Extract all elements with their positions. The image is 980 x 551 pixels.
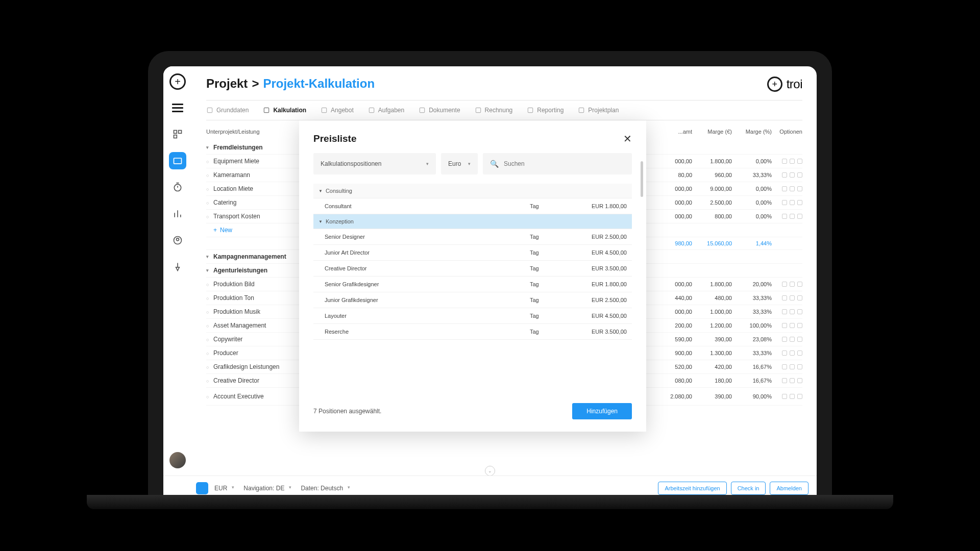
- svg-rect-14: [579, 108, 584, 112]
- breadcrumb-sep: >: [252, 77, 259, 91]
- tab-reporting[interactable]: Reporting: [527, 107, 564, 114]
- search-input[interactable]: [504, 160, 625, 167]
- breadcrumb: Projekt > Projekt-Kalkulation: [206, 77, 802, 91]
- logo-icon[interactable]: [169, 73, 186, 90]
- project-tabs: GrunddatenKalkulationAngebotAufgabenDoku…: [206, 100, 802, 120]
- tab-dokumente[interactable]: Dokumente: [419, 107, 460, 114]
- footer-currency[interactable]: EUR: [214, 485, 234, 492]
- price-item[interactable]: ResercheTagEUR 3.500,00: [313, 324, 632, 340]
- svg-rect-12: [476, 108, 480, 112]
- breadcrumb-current: Projekt-Kalkulation: [263, 77, 375, 91]
- svg-rect-2: [174, 135, 177, 138]
- svg-rect-11: [420, 108, 425, 112]
- brand-mark-icon: [767, 77, 782, 92]
- price-item[interactable]: ConsultantTagEUR 1.800,00: [313, 198, 632, 214]
- price-item[interactable]: Senior DesignerTagEUR 2.500,00: [313, 229, 632, 245]
- timer-icon[interactable]: [169, 179, 186, 196]
- col-gesamt: ...amt: [652, 129, 692, 135]
- main-content: troi Projekt > Projekt-Kalkulation Grund…: [192, 66, 817, 475]
- tab-aufgaben[interactable]: Aufgaben: [368, 107, 404, 114]
- tab-rechnung[interactable]: Rechnung: [475, 107, 513, 114]
- price-item[interactable]: Senior GrafikdesignerTagEUR 1.800,00: [313, 277, 632, 292]
- checkin-button[interactable]: Check in: [731, 482, 766, 495]
- search-icon: 🔍: [490, 160, 499, 168]
- filter-positions[interactable]: Kalkulationspositionen ▾: [313, 153, 436, 174]
- filter-currency[interactable]: Euro ▾: [441, 153, 478, 174]
- price-item[interactable]: Creative DirectorTagEUR 3.500,00: [313, 261, 632, 277]
- svg-point-6: [177, 238, 179, 241]
- price-group[interactable]: ▼Konzeption: [313, 214, 632, 229]
- price-item[interactable]: Junior Art DirectorTagEUR 4.500,00: [313, 245, 632, 261]
- filter-currency-label: Euro: [448, 160, 461, 167]
- close-icon[interactable]: ✕: [623, 133, 632, 145]
- chevron-down-icon: ▾: [426, 161, 429, 166]
- modal-title: Preisliste: [313, 133, 357, 144]
- logout-button[interactable]: Abmelden: [770, 482, 808, 495]
- dashboard-icon[interactable]: [169, 126, 186, 143]
- col-optionen: Optionen: [772, 129, 802, 135]
- menu-icon[interactable]: [169, 99, 186, 116]
- svg-rect-10: [369, 108, 374, 112]
- sidebar: [163, 66, 192, 475]
- price-list: ▼ConsultingConsultantTagEUR 1.800,00▼Kon…: [299, 184, 646, 395]
- svg-rect-8: [264, 108, 269, 112]
- footer-bar: EUR Navigation: DE Daten: Deutsch Arbeit…: [163, 475, 817, 500]
- breadcrumb-root[interactable]: Projekt: [206, 77, 248, 91]
- svg-rect-7: [207, 108, 212, 112]
- footer-toggle-icon[interactable]: [196, 482, 208, 494]
- selection-count: 7 Positionen ausgewählt.: [313, 408, 381, 415]
- brand-name: troi: [787, 77, 802, 91]
- pin-icon[interactable]: [169, 258, 186, 276]
- price-item[interactable]: LayouterTagEUR 4.500,00: [313, 308, 632, 324]
- col-marge-eur: Marge (€): [692, 129, 732, 135]
- footer-data-lang[interactable]: Daten: Deutsch: [301, 485, 350, 492]
- tab-projektplan[interactable]: Projektplan: [578, 107, 619, 114]
- price-group[interactable]: ▼Consulting: [313, 184, 632, 198]
- add-worktime-button[interactable]: Arbeitszeit hinzufügen: [658, 482, 726, 495]
- brand-logo: troi: [767, 77, 802, 92]
- avatar[interactable]: [169, 452, 186, 468]
- add-button[interactable]: Hinzufügen: [572, 403, 632, 419]
- projects-icon[interactable]: [169, 152, 186, 169]
- tab-angebot[interactable]: Angebot: [321, 107, 354, 114]
- svg-rect-13: [528, 108, 533, 112]
- pricelist-modal: Preisliste ✕ Kalkulationspositionen ▾ Eu…: [299, 120, 646, 432]
- search-input-wrapper[interactable]: 🔍: [483, 153, 632, 174]
- account-icon[interactable]: [169, 232, 186, 249]
- modal-scrollbar[interactable]: [641, 161, 643, 197]
- svg-rect-3: [174, 158, 182, 164]
- svg-rect-0: [174, 131, 177, 134]
- price-item[interactable]: Junior GrafikdesignerTagEUR 2.500,00: [313, 292, 632, 308]
- svg-rect-1: [179, 131, 182, 134]
- reports-icon[interactable]: [169, 205, 186, 222]
- tab-kalkulation[interactable]: Kalkulation: [263, 107, 306, 114]
- footer-navigation[interactable]: Navigation: DE: [243, 485, 291, 492]
- tab-grunddaten[interactable]: Grunddaten: [206, 107, 249, 114]
- scroll-handle-icon[interactable]: ⌄: [485, 466, 495, 476]
- col-marge-pct: Marge (%): [732, 129, 772, 135]
- chevron-down-icon: ▾: [468, 161, 471, 166]
- svg-rect-9: [322, 108, 326, 112]
- filter-positions-label: Kalkulationspositionen: [321, 160, 381, 167]
